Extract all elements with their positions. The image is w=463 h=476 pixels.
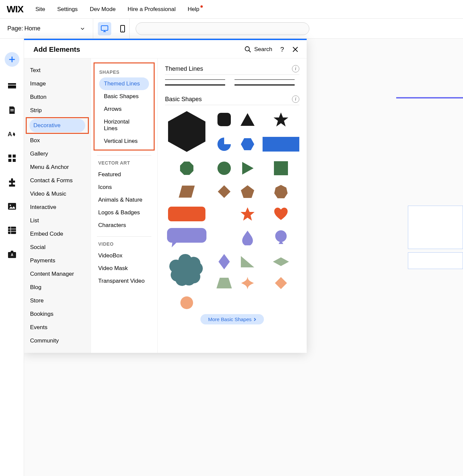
subcat-featured[interactable]: Featured xyxy=(94,168,155,181)
category-list[interactable]: List xyxy=(24,214,91,227)
desktop-view-button[interactable] xyxy=(98,22,111,35)
shape-speech-purple[interactable] xyxy=(167,228,206,247)
shape-triangle[interactable] xyxy=(240,112,255,127)
panel-search[interactable]: Search xyxy=(244,46,272,53)
shape-cloud[interactable] xyxy=(167,253,207,290)
menu-devmode[interactable]: Dev Mode xyxy=(90,6,116,13)
shape-hexagon-large[interactable] xyxy=(165,110,208,153)
shape-balloon[interactable] xyxy=(275,230,287,245)
shape-circle-green[interactable] xyxy=(217,161,231,175)
info-icon[interactable]: i xyxy=(292,65,299,72)
category-box[interactable]: Box xyxy=(24,134,91,147)
panel-help-button[interactable]: ? xyxy=(280,46,284,53)
sections-icon[interactable] xyxy=(7,81,17,91)
shape-diamond-purple[interactable] xyxy=(218,253,230,270)
menu-hire[interactable]: Hire a Professional xyxy=(128,6,176,13)
subcat-horizontal-lines[interactable]: Horizontal Lines xyxy=(99,115,149,135)
line-sample-thin-2[interactable] xyxy=(235,79,295,80)
category-decorative[interactable]: Decorative xyxy=(29,119,85,132)
category-blog[interactable]: Blog xyxy=(24,281,91,294)
subcat-arrows[interactable]: Arrows xyxy=(99,103,149,115)
category-contact-forms[interactable]: Contact & Forms xyxy=(24,174,91,187)
shape-rounded-square[interactable] xyxy=(217,112,232,127)
shape-star[interactable] xyxy=(273,112,289,127)
shape-sparkle[interactable] xyxy=(241,276,255,290)
pages-icon[interactable] xyxy=(7,105,17,115)
shape-octagon[interactable] xyxy=(179,161,194,176)
shape-heptagon[interactable] xyxy=(274,184,288,199)
panel-close-button[interactable] xyxy=(292,46,299,53)
separator xyxy=(97,155,151,156)
shape-heart[interactable] xyxy=(274,207,288,221)
line-sample-thin-1[interactable] xyxy=(165,79,225,80)
subcat-videobox[interactable]: VideoBox xyxy=(94,249,155,262)
subcat-basic-shapes[interactable]: Basic Shapes xyxy=(99,90,149,103)
page-prefix: Page: xyxy=(7,25,23,32)
svg-marker-51 xyxy=(241,256,254,267)
category-video-music[interactable]: Video & Music xyxy=(24,187,91,201)
subcat-themed-lines[interactable]: Themed Lines xyxy=(99,77,149,90)
theme-icon[interactable]: A xyxy=(7,130,17,139)
shape-rectangle-blue[interactable] xyxy=(263,137,299,152)
add-elements-button[interactable] xyxy=(5,52,19,67)
category-interactive[interactable]: Interactive xyxy=(24,201,91,214)
shape-square-green[interactable] xyxy=(274,161,288,175)
category-bookings[interactable]: Bookings xyxy=(24,307,91,321)
subcat-characters[interactable]: Characters xyxy=(94,219,155,232)
shape-rounded-rect-orange[interactable] xyxy=(168,207,205,221)
line-sample-thick-2[interactable] xyxy=(235,84,295,85)
category-embed-code[interactable]: Embed Code xyxy=(24,227,91,241)
category-strip[interactable]: Strip xyxy=(24,104,91,117)
shape-drop[interactable] xyxy=(242,230,254,245)
shape-diamond-brown[interactable] xyxy=(217,185,231,199)
category-button[interactable]: Button xyxy=(24,90,91,104)
mobile-view-button[interactable] xyxy=(116,22,129,35)
shape-diamond-peach[interactable] xyxy=(274,276,288,290)
more-basic-shapes-button[interactable]: More Basic Shapes xyxy=(200,314,264,324)
page-selector[interactable]: Page: Home xyxy=(0,25,93,32)
category-text[interactable]: Text xyxy=(24,64,91,77)
subcat-vertical-lines[interactable]: Vertical Lines xyxy=(99,135,149,148)
shape-circle-peach[interactable] xyxy=(180,296,193,309)
menu-site[interactable]: Site xyxy=(35,6,45,13)
shape-trapezoid[interactable] xyxy=(216,277,233,289)
category-content-manager[interactable]: Content Manager xyxy=(24,267,91,281)
category-store[interactable]: Store xyxy=(24,294,91,307)
category-gallery[interactable]: Gallery xyxy=(24,147,91,161)
apps-icon[interactable] xyxy=(7,154,17,163)
preview-column: Themed Lines i Basic Shapes i xyxy=(158,58,307,353)
subcat-video-mask[interactable]: Video Mask xyxy=(94,262,155,275)
mobile-icon xyxy=(120,25,125,33)
addons-icon[interactable] xyxy=(7,178,17,187)
shapes-grid xyxy=(165,110,299,309)
shape-parallelogram[interactable] xyxy=(178,185,195,198)
url-input[interactable] xyxy=(136,22,309,35)
category-menu-anchor[interactable]: Menu & Anchor xyxy=(24,161,91,174)
canvas-element-2[interactable] xyxy=(408,252,463,269)
video-group-title: VIDEO xyxy=(98,241,155,247)
shape-play[interactable] xyxy=(241,161,254,175)
shape-pentagon[interactable] xyxy=(240,185,255,199)
subcat-animals-nature[interactable]: Animals & Nature xyxy=(94,194,155,206)
category-events[interactable]: Events xyxy=(24,321,91,334)
shape-hexagon-small[interactable] xyxy=(240,138,255,151)
category-payments[interactable]: Payments xyxy=(24,254,91,267)
info-icon[interactable]: i xyxy=(292,95,299,103)
menu-help[interactable]: Help xyxy=(188,6,199,13)
menu-settings[interactable]: Settings xyxy=(57,6,78,13)
category-community[interactable]: Community xyxy=(24,334,91,347)
category-image[interactable]: Image xyxy=(24,77,91,90)
subcat-transparent-video[interactable]: Transparent Video xyxy=(94,275,155,287)
shape-pie[interactable] xyxy=(217,137,231,151)
data-icon[interactable] xyxy=(7,226,17,235)
shape-rhombus-sage[interactable] xyxy=(272,257,290,267)
canvas-element-1[interactable] xyxy=(408,206,463,249)
subcat-icons[interactable]: Icons xyxy=(94,181,155,194)
subcat-logos-badges[interactable]: Logos & Badges xyxy=(94,206,155,219)
shape-right-triangle[interactable] xyxy=(240,255,255,268)
category-social[interactable]: Social xyxy=(24,241,91,254)
shape-star-orange[interactable] xyxy=(240,207,255,221)
line-sample-thick-1[interactable] xyxy=(165,84,225,85)
business-icon[interactable]: A xyxy=(7,250,17,259)
media-icon[interactable] xyxy=(7,202,17,211)
